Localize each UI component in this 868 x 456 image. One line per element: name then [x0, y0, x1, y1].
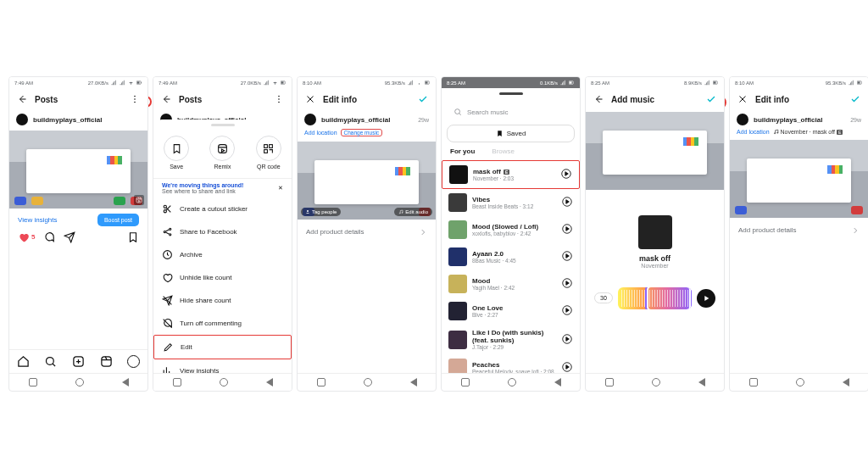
play-icon[interactable]: [561, 277, 573, 291]
search-input[interactable]: Search music: [447, 104, 575, 120]
nav-reels-icon[interactable]: [100, 355, 113, 368]
saved-button[interactable]: Saved: [447, 125, 575, 142]
account-row[interactable]: buildmyplays_official: [9, 110, 147, 129]
view-insights-link[interactable]: View insights: [18, 216, 58, 224]
tag-people-chip[interactable]: Tag people: [301, 208, 341, 216]
back-icon[interactable]: [593, 93, 604, 105]
svg-point-21: [164, 231, 165, 232]
song-row[interactable]: PeachesPeaceful Melody, soave lofi · 2:0…: [442, 354, 580, 373]
sys-back-icon[interactable]: [698, 378, 705, 386]
play-icon[interactable]: [560, 168, 572, 181]
sheet-item-cutout[interactable]: Create a cutout sticker: [153, 197, 292, 220]
song-row[interactable]: One LoveBlve · 2:27: [442, 298, 580, 325]
close-icon[interactable]: [737, 93, 748, 105]
play-icon[interactable]: [561, 333, 573, 347]
sys-recent-icon[interactable]: [173, 378, 181, 386]
nav-profile-icon[interactable]: [127, 355, 140, 368]
add-location-link[interactable]: Add location: [304, 130, 337, 136]
sheet-item-edit[interactable]: Edit: [153, 335, 292, 359]
tab-browse[interactable]: Browse: [492, 147, 515, 155]
sheet-save-button[interactable]: Save: [164, 136, 189, 170]
tab-for-you[interactable]: For you: [450, 147, 475, 155]
post-age: 29w: [850, 117, 861, 123]
comment-icon[interactable]: [43, 231, 55, 243]
song-row[interactable]: MoodYagih Mael · 2:42: [442, 270, 580, 298]
nav-search-icon[interactable]: [44, 355, 57, 368]
sheet-item-unhide-likes[interactable]: Unhide like count: [153, 266, 292, 289]
sys-back-icon[interactable]: [410, 378, 417, 386]
sys-back-icon[interactable]: [122, 378, 129, 386]
play-icon[interactable]: [561, 250, 573, 264]
nav-create-icon[interactable]: [72, 355, 85, 368]
play-icon[interactable]: [561, 304, 573, 318]
sys-recent-icon[interactable]: [605, 378, 614, 386]
confirm-check-icon[interactable]: [417, 93, 429, 105]
track-attached[interactable]: November · mask offE: [773, 129, 843, 135]
edit-audio-chip[interactable]: Edit audio: [394, 208, 432, 216]
song-cover: [448, 302, 467, 320]
sheet-item-archive[interactable]: Archive: [153, 243, 292, 266]
sys-recent-icon[interactable]: [29, 378, 37, 386]
song-row[interactable]: VibesBeast Inside Beats · 3:12: [442, 189, 580, 216]
play-button[interactable]: [697, 289, 715, 308]
back-icon[interactable]: [16, 93, 28, 105]
sys-home-icon[interactable]: [508, 378, 516, 386]
sys-recent-icon[interactable]: [317, 378, 326, 386]
confirm-check-icon[interactable]: [705, 93, 717, 105]
song-row[interactable]: Like I Do (with sunkis) (feat. sunkis)J.…: [442, 325, 580, 354]
post-media[interactable]: [730, 140, 868, 218]
nav-home-icon[interactable]: [17, 355, 30, 368]
play-icon[interactable]: [561, 223, 573, 236]
status-time: 7:49 AM: [159, 81, 177, 86]
close-icon[interactable]: [304, 93, 316, 105]
sheet-qrcode-button[interactable]: QR code: [256, 136, 281, 170]
song-title: Mood (Slowed / Lofi): [472, 223, 538, 231]
add-product-row[interactable]: Add product details: [298, 220, 436, 245]
sheet-item-turn-off-comments[interactable]: Turn off commenting: [153, 312, 292, 335]
song-row[interactable]: mask offENovember · 2:03: [442, 160, 580, 189]
play-icon[interactable]: [561, 361, 573, 373]
selection-window[interactable]: [647, 287, 691, 309]
sheet-grabber[interactable]: [499, 92, 523, 95]
save-icon[interactable]: [127, 231, 139, 243]
sheet-remix-button[interactable]: Remix: [209, 136, 235, 170]
back-icon[interactable]: [160, 93, 172, 105]
clip-duration-button[interactable]: 30: [594, 292, 613, 303]
add-product-row[interactable]: Add product details: [730, 218, 868, 243]
post-media[interactable]: Tag people Edit audio: [298, 142, 436, 220]
kebab-icon[interactable]: [129, 93, 141, 105]
kebab-icon[interactable]: [273, 93, 285, 105]
play-icon[interactable]: [561, 196, 573, 209]
svg-rect-31: [570, 81, 572, 83]
waveform-slider[interactable]: [618, 287, 692, 309]
add-location-link[interactable]: Add location: [737, 129, 770, 135]
post-media-preview: [586, 112, 724, 190]
svg-point-23: [170, 234, 171, 236]
sys-back-icon[interactable]: [554, 378, 561, 386]
sys-recent-icon[interactable]: [461, 378, 470, 386]
post-media[interactable]: [9, 131, 147, 209]
song-row[interactable]: Mood (Slowed / Lofi)xoxlofis, babyblov ·…: [442, 216, 580, 243]
sys-home-icon[interactable]: [220, 378, 228, 386]
change-music-link[interactable]: Change music: [341, 129, 383, 136]
sys-home-icon[interactable]: [796, 378, 804, 386]
sheet-grabber[interactable]: [211, 124, 235, 126]
sys-recent-icon[interactable]: [749, 378, 758, 386]
share-icon[interactable]: [64, 231, 75, 243]
sys-home-icon[interactable]: [364, 378, 372, 386]
confirm-check-icon[interactable]: [849, 93, 861, 105]
info-banner[interactable]: We're moving things around!See where to …: [153, 179, 292, 197]
close-icon[interactable]: ✕: [278, 185, 283, 192]
sys-home-icon[interactable]: [75, 378, 84, 386]
sheet-item-hide-shares[interactable]: Hide share count: [153, 289, 292, 312]
svg-rect-16: [264, 144, 268, 147]
like-button[interactable]: 5: [18, 231, 35, 243]
song-row[interactable]: Ayaan 2.08Bas Music · 4:45: [442, 243, 580, 270]
sys-home-icon[interactable]: [652, 378, 660, 386]
sys-back-icon[interactable]: [266, 378, 273, 386]
sheet-item-view-insights[interactable]: View insights: [153, 359, 292, 373]
boost-post-button[interactable]: Boost post: [97, 214, 139, 226]
sys-back-icon[interactable]: [843, 378, 849, 386]
sheet-item-share-fb[interactable]: Share to Facebook: [153, 220, 292, 243]
song-cover: [448, 220, 467, 239]
